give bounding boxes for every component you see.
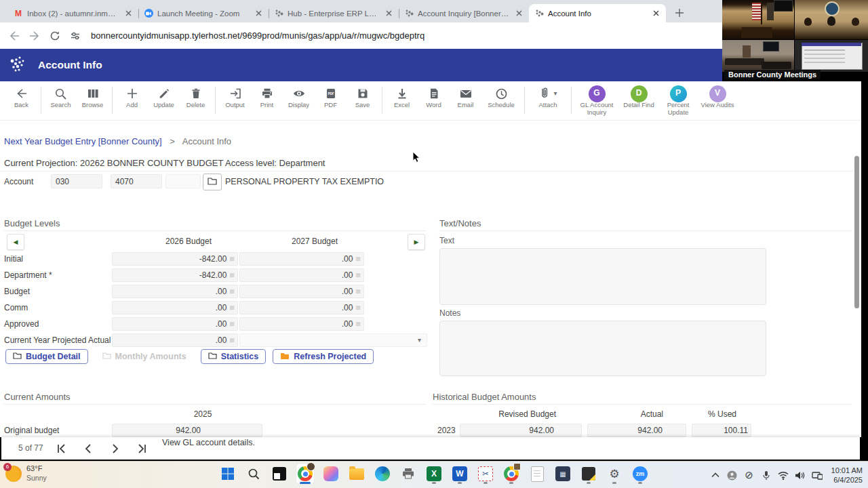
historical-revised-input[interactable]: 942.00 [460,424,582,437]
email-button[interactable]: Email [450,85,481,109]
historical-pct-input[interactable]: 100.11 [692,424,751,437]
next-record-button[interactable] [107,441,123,457]
pdf-button[interactable]: PDF PDF [315,85,347,109]
projected-actual-2027-dropdown[interactable]: ▾ [239,333,427,347]
back-button[interactable]: Back [5,85,37,109]
notes-textarea[interactable] [439,321,766,376]
previous-record-button[interactable] [80,441,96,457]
devices-icon[interactable] [812,470,823,481]
approved-2026-input[interactable]: .00▦ [112,317,238,331]
toolbar-label: Percent Update [659,102,697,117]
projected-actual-2026-input[interactable]: .00▦ [112,333,238,347]
speaker-icon[interactable] [795,470,806,481]
account-project-input[interactable] [165,174,201,188]
search-button[interactable]: Search [45,85,77,109]
printer-app-button[interactable] [399,464,417,484]
weather-widget[interactable]: 6 63°F Sunny [5,464,47,483]
account-fund-input[interactable]: 030 [51,174,102,188]
edge-button[interactable] [374,464,391,484]
tab-account-inquiry[interactable]: Account Inquiry [Bonner Count [399,4,529,22]
department-2026-input[interactable]: -842.00▦ [112,268,238,282]
comm-2026-input[interactable]: .00▦ [112,301,238,314]
tab-gmail[interactable]: M Inbox (2) - autumnr.inman@bo [8,4,138,22]
word-taskbar-button[interactable]: W [451,464,469,484]
forward-nav-icon[interactable] [24,26,45,46]
budget-columns-prev-button[interactable]: ◀ [7,234,24,250]
vertical-scrollbar[interactable] [854,156,859,308]
pdf-icon: PDF [325,85,337,102]
copilot-button[interactable] [322,464,340,484]
first-record-button[interactable] [53,441,69,457]
close-icon[interactable] [123,9,133,18]
save-button[interactable]: Save [347,85,378,109]
schedule-button[interactable]: Schedule [481,85,521,109]
budget-detail-button[interactable]: Budget Detail [5,349,88,364]
zoom-taskbar-button[interactable]: zm [631,464,649,484]
tray-expand-chevron-icon[interactable] [710,470,721,481]
meeting-video-overlay[interactable]: Bonner County Meetings [722,0,868,81]
initial-2027-input[interactable]: .00▦ [239,252,364,266]
wifi-icon[interactable] [778,470,789,481]
url-text[interactable]: bonnercountyidmunisapp.tylerhost.net/969… [91,30,425,41]
reload-icon[interactable] [45,26,65,46]
start-button[interactable] [219,464,237,484]
display-button[interactable]: Display [283,85,315,109]
file-explorer-button[interactable] [348,464,366,484]
sticky-notes-button[interactable] [580,464,597,484]
new-tab-button[interactable] [671,5,688,21]
account-folder-button[interactable] [203,174,222,190]
chrome-profile2-button[interactable] [502,464,520,484]
taskbar-search-button[interactable] [245,464,262,484]
budget-2026-input[interactable]: .00▦ [112,285,238,298]
browse-button[interactable]: Browse [77,85,108,109]
last-record-button[interactable] [134,441,151,457]
original-budget-input[interactable]: 942.00 [112,424,262,437]
budget-columns-next-button[interactable]: ▶ [408,234,425,250]
initial-2026-input[interactable]: -842.00▦ [112,252,238,266]
word-button[interactable]: Word [418,85,450,109]
detail-find-button[interactable]: D Detail Find [618,85,659,109]
site-settings-icon[interactable] [65,26,85,46]
department-2027-input[interactable]: .00▦ [239,268,364,282]
historical-actual-input[interactable]: 942.00 [587,424,686,437]
update-button[interactable]: Update [148,85,180,109]
tab-hub[interactable]: Hub - Enterprise ERP Landing S [269,4,399,22]
delete-button[interactable]: Delete [180,85,212,109]
approved-2027-input[interactable]: .00▦ [239,317,364,331]
gl-account-inquiry-button[interactable]: G GL Account Inquiry [575,85,618,117]
tab-zoom[interactable]: Launch Meeting - Zoom [138,4,269,22]
tray-person-icon[interactable] [727,470,738,481]
print-button[interactable]: Print [251,85,283,109]
budget-2027-input[interactable]: .00▦ [239,285,364,298]
attach-button[interactable]: ▾ Attach [528,85,568,109]
back-nav-icon[interactable] [4,26,24,46]
task-view-button[interactable] [271,464,288,484]
snipping-tool-button[interactable]: ✂ [477,464,494,484]
percent-update-button[interactable]: P Percent Update [659,85,697,117]
close-icon[interactable] [384,9,393,18]
breadcrumb-parent-link[interactable]: Next Year Budget Entry [Bonner County] [4,136,162,146]
view-audits-button[interactable]: V View Audits [697,85,738,109]
text-textarea[interactable] [439,248,766,305]
tray-blocked-icon[interactable]: ⊘ [744,470,755,481]
output-button[interactable]: Output [219,85,251,109]
refresh-projected-button[interactable]: Refresh Projected [273,349,374,364]
excel-taskbar-button[interactable]: X [425,464,443,484]
close-icon[interactable] [514,9,524,18]
close-icon[interactable] [254,9,263,18]
notepad-button[interactable] [528,464,546,484]
comm-2027-input[interactable]: .00▦ [239,301,364,314]
tab-account-info-active[interactable]: Account Info [529,4,666,22]
statistics-button[interactable]: Statistics [201,349,267,364]
microphone-icon[interactable] [761,470,772,481]
arrow-left-icon: ◀ [14,239,18,245]
chrome-taskbar-button[interactable] [296,464,314,484]
account-object-input[interactable]: 4070 [111,174,162,188]
add-button[interactable]: Add [116,85,148,109]
chevron-down-icon[interactable]: ▾ [553,89,557,98]
taskbar-clock[interactable]: 10:01 AM 6/4/2025 [831,466,863,485]
close-icon[interactable] [651,9,660,18]
calculator-button[interactable]: ▦ [554,464,572,484]
excel-button[interactable]: Excel [386,85,418,109]
settings-button[interactable]: ⚙ [606,464,623,484]
